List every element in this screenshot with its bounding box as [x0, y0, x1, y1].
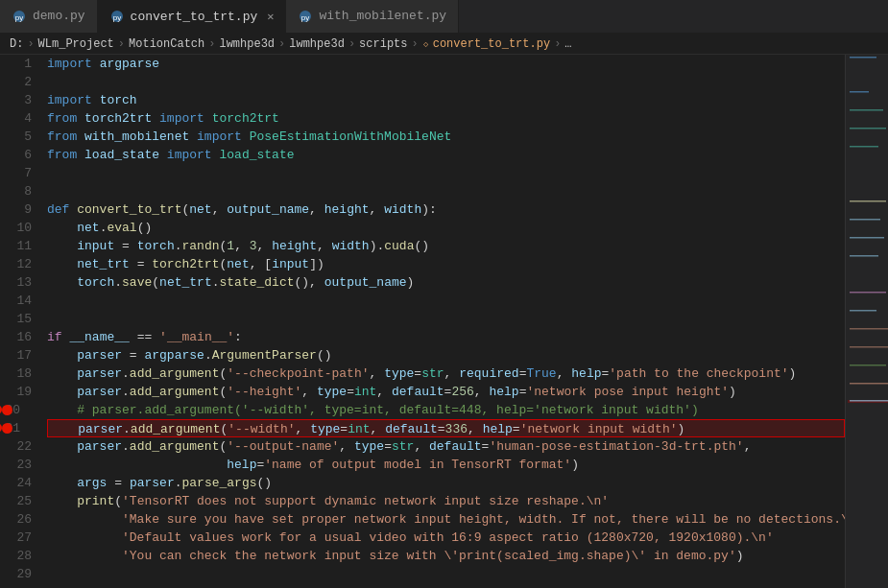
app-window: py demo.py py convert_to_trt.py ✕ py wit… [0, 0, 888, 588]
svg-rect-14 [850, 237, 884, 239]
minimap-visual [846, 55, 888, 588]
line-num-25: 25 [0, 492, 32, 510]
code-line-13: torch.save(net_trt.state_dict(), output_… [47, 273, 845, 292]
line-numbers: 1 2 3 4 5 6 7 8 9 10 11 12 13 14 15 16 1… [0, 55, 43, 588]
line-num-7: 7 [0, 164, 32, 182]
code-line-11: input = torch.randn(1, 3, height, width)… [47, 237, 845, 255]
code-line-20: # parser.add_argument('--width', type=in… [47, 401, 845, 419]
python-icon-active: py [109, 9, 125, 24]
code-line-3: import torch [47, 91, 845, 109]
line-num-20: 20 [0, 401, 32, 419]
code-line-8 [47, 182, 845, 200]
code-line-18: parser.add_argument('--checkpoint-path',… [47, 365, 845, 383]
code-line-21: parser.add_argument('--width', type=int,… [47, 419, 845, 437]
code-line-26: 'Make sure you have set proper network i… [47, 510, 845, 529]
line-num-8: 8 [0, 182, 32, 200]
line-num-12: 12 [0, 255, 32, 273]
svg-text:py: py [301, 12, 309, 21]
python-icon: py [12, 9, 27, 24]
code-line-14 [47, 292, 845, 310]
code-line-19: parser.add_argument('--height', type=int… [47, 383, 845, 401]
line-num-15: 15 [0, 310, 32, 328]
line-num-14: 14 [0, 292, 32, 310]
line-num-9: 9 [0, 200, 32, 219]
code-line-2 [47, 73, 845, 91]
svg-rect-23 [850, 400, 888, 402]
svg-rect-10 [850, 128, 886, 129]
line-num-1: 1 [0, 55, 32, 73]
svg-rect-8 [850, 91, 869, 93]
svg-text:py: py [15, 12, 23, 21]
code-line-7 [47, 164, 845, 182]
code-line-24: args = parser.parse_args() [47, 474, 845, 492]
code-line-5: from with_mobilenet import PoseEstimatio… [47, 128, 845, 146]
svg-rect-13 [850, 219, 880, 221]
code-line-16: if __name__ == '__main__': [47, 328, 845, 346]
line-num-5: 5 [0, 128, 32, 146]
tab-mobilenet-label: with_mobilenet.py [319, 9, 446, 23]
line-num-2: 2 [0, 73, 32, 91]
line-num-17: 17 [0, 346, 32, 365]
svg-rect-16 [850, 292, 886, 294]
code-line-25: print('TensorRT does not support dynamic… [47, 492, 845, 510]
line-num-27: 27 [0, 529, 32, 547]
line-num-23: 23 [0, 456, 32, 474]
svg-rect-18 [850, 328, 888, 330]
tab-demo[interactable]: py demo.py [0, 0, 98, 33]
code-line-4: from torch2trt import torch2trt [47, 109, 845, 128]
svg-rect-11 [850, 146, 878, 148]
svg-rect-9 [850, 109, 883, 111]
line-num-29: 29 [0, 565, 32, 583]
tab-convert[interactable]: py convert_to_trt.py ✕ [98, 0, 287, 33]
svg-rect-20 [850, 365, 886, 366]
line-num-16: 16 [0, 328, 32, 346]
tab-demo-label: demo.py [33, 9, 85, 23]
python-icon-mob: py [298, 9, 313, 24]
code-line-10: net.eval() [47, 219, 845, 237]
line-num-3: 3 [0, 91, 32, 109]
code-line-29 [47, 565, 845, 583]
code-line-27: 'Default values work for a usual video w… [47, 529, 845, 547]
tab-mobilenet[interactable]: py with_mobilenet.py [286, 0, 459, 33]
code-line-23: help='name of output model in TensorRT f… [47, 456, 845, 474]
svg-rect-21 [850, 383, 888, 385]
breadcrumb: D: › WLm_Project › MotionCatch › lwmhpe3… [0, 34, 888, 55]
svg-rect-15 [850, 255, 878, 257]
svg-rect-6 [846, 55, 888, 588]
code-line-17: parser = argparse.ArgumentParser() [47, 346, 845, 365]
line-num-4: 4 [0, 109, 32, 128]
code-area: 1 2 3 4 5 6 7 8 9 10 11 12 13 14 15 16 1… [0, 55, 845, 588]
code-line-28: 'You can check the network input size wi… [47, 547, 845, 565]
code-line-9: def convert_to_trt(net, output_name, hei… [47, 200, 845, 219]
code-line-15 [47, 310, 845, 328]
svg-rect-7 [850, 57, 876, 59]
line-num-22: 22 [0, 437, 32, 456]
line-num-13: 13 [0, 273, 32, 292]
line-num-11: 11 [0, 237, 32, 255]
tab-close-button[interactable]: ✕ [267, 10, 274, 24]
line-num-10: 10 [0, 219, 32, 237]
line-num-28: 28 [0, 547, 32, 565]
line-num-26: 26 [0, 510, 32, 529]
code-line-22: parser.add_argument('--output-name', typ… [47, 437, 845, 456]
line-num-24: 24 [0, 474, 32, 492]
svg-rect-19 [850, 346, 888, 348]
editor: 1 2 3 4 5 6 7 8 9 10 11 12 13 14 15 16 1… [0, 55, 888, 588]
code-line-1: import argparse [47, 55, 845, 73]
minimap [845, 55, 888, 588]
line-num-6: 6 [0, 146, 32, 164]
tab-bar: py demo.py py convert_to_trt.py ✕ py wit… [0, 0, 888, 34]
svg-text:py: py [112, 13, 120, 22]
tab-convert-label: convert_to_trt.py [131, 10, 258, 24]
line-num-21: 21 [0, 419, 32, 437]
code-line-12: net_trt = torch2trt(net, [input]) [47, 255, 845, 273]
line-num-18: 18 [0, 365, 32, 383]
code-line-6: from load_state import load_state [47, 146, 845, 164]
svg-rect-12 [850, 200, 886, 202]
svg-rect-17 [850, 310, 876, 312]
code-lines: import argparse import torch from torch2… [43, 55, 845, 588]
line-num-19: 19 [0, 383, 32, 401]
